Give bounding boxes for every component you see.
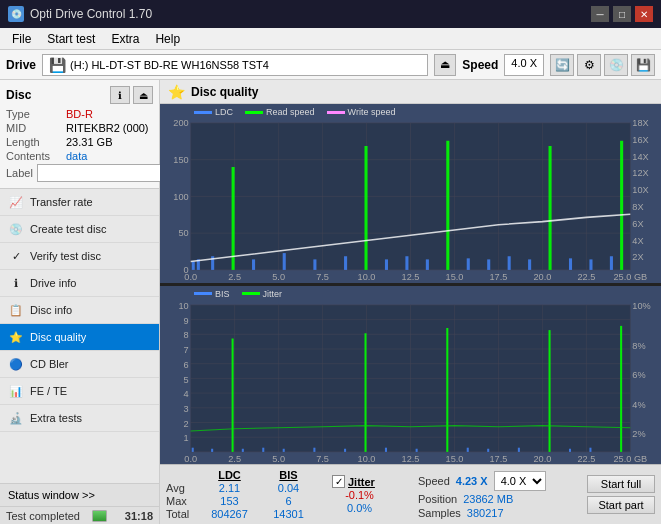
start-part-button[interactable]: Start part [587,496,655,514]
maximize-button[interactable]: □ [613,6,631,22]
drive-name: (H:) HL-DT-ST BD-RE WH16NS58 TST4 [70,59,269,71]
ldc-legend-item: LDC [194,107,233,117]
speed-dropdown[interactable]: 4.0 X [494,471,546,491]
svg-rect-63 [620,141,623,270]
settings-icon[interactable]: ⚙ [577,54,601,76]
disc-mid-row: MID RITEKBR2 (000) [6,122,153,134]
jitter-avg-row: -0.1% [332,489,412,501]
disc-eject-icon[interactable]: ⏏ [133,86,153,104]
ldc-col-header: LDC [202,469,257,481]
verify-test-disc-icon: ✓ [8,248,24,264]
disc-label-input[interactable] [37,164,172,182]
stats-empty-header [166,469,198,481]
sidebar-item-label: CD Bler [30,358,69,370]
read-speed-legend-item: Read speed [245,107,315,117]
jitter-legend-label: Jitter [263,289,283,299]
speed-label: Speed [462,58,498,72]
fe-te-icon: 📊 [8,383,24,399]
menu-start-test[interactable]: Start test [39,30,103,48]
write-speed-legend-item: Write speed [327,107,396,117]
svg-rect-125 [467,447,469,451]
speed-stat-label: Speed [418,475,450,487]
sidebar-item-verify-test-disc[interactable]: ✓ Verify test disc [0,243,159,270]
jitter-col-header: Jitter [348,476,375,488]
svg-text:0.0: 0.0 [184,272,197,282]
stats-ldc-bis: LDC BIS Avg 2.11 0.04 Max 153 6 Total [166,469,326,520]
stats-headers: LDC BIS [166,469,326,481]
bis-max-val: 6 [261,495,316,507]
bis-avg-val: 0.04 [261,482,316,494]
svg-rect-45 [232,167,235,270]
jitter-header: ✓ Jitter [332,475,412,488]
menu-help[interactable]: Help [147,30,188,48]
svg-rect-116 [242,448,244,451]
sidebar-item-transfer-rate[interactable]: 📈 Transfer rate [0,189,159,216]
read-speed-color [245,111,263,114]
disc-type-row: Type BD-R [6,108,153,120]
disc-panel: Disc ℹ ⏏ Type BD-R MID RITEKBR2 (000) Le… [0,80,159,189]
svg-rect-61 [589,259,592,270]
sidebar-item-extra-tests[interactable]: 🔬 Extra tests [0,405,159,432]
titlebar: 💿 Opti Drive Control 1.70 ─ □ ✕ [0,0,661,28]
ldc-max-val: 153 [202,495,257,507]
drive-label: Drive [6,58,36,72]
save-icon[interactable]: 💾 [631,54,655,76]
svg-rect-122 [385,447,387,451]
titlebar-controls: ─ □ ✕ [591,6,653,22]
sidebar-item-disc-quality[interactable]: ⭐ Disc quality [0,324,159,351]
svg-text:10%: 10% [632,300,650,310]
drivebar-icons: 🔄 ⚙ 💿 💾 [550,54,655,76]
sidebar-item-label: FE / TE [30,385,67,397]
disc-info-icon[interactable]: ℹ [110,86,130,104]
sidebar-item-label: Verify test disc [30,250,101,262]
svg-text:8%: 8% [632,340,645,350]
drive-info-icon: ℹ [8,275,24,291]
disc-write-icon[interactable]: 💿 [604,54,628,76]
ldc-chart: LDC Read speed Write speed [160,104,661,283]
svg-text:15.0: 15.0 [446,272,464,282]
sidebar-item-fe-te[interactable]: 📊 FE / TE [0,378,159,405]
svg-rect-55 [467,258,470,270]
svg-text:6X: 6X [632,219,644,229]
sidebar-item-create-test-disc[interactable]: 💿 Create test disc [0,216,159,243]
status-window-button[interactable]: Status window >> [0,483,159,506]
eject-button[interactable]: ⏏ [434,54,456,76]
jitter-checkbox[interactable]: ✓ [332,475,345,488]
drive-selector[interactable]: 💾 (H:) HL-DT-ST BD-RE WH16NS58 TST4 [42,54,428,76]
svg-text:16X: 16X [632,135,649,145]
svg-rect-123 [416,448,418,451]
position-label: Position [418,493,457,505]
minimize-button[interactable]: ─ [591,6,609,22]
bis-chart: BIS Jitter [160,286,661,465]
sidebar-item-cd-bler[interactable]: 🔵 CD Bler [0,351,159,378]
samples-row: Samples 380217 [418,507,581,519]
svg-text:8X: 8X [632,202,644,212]
svg-text:2.5: 2.5 [228,272,241,282]
svg-text:18X: 18X [632,118,649,128]
svg-text:22.5: 22.5 [577,272,595,282]
svg-text:3: 3 [184,403,189,413]
samples-val: 380217 [467,507,504,519]
refresh-icon[interactable]: 🔄 [550,54,574,76]
disc-label-key: Label [6,167,33,179]
svg-rect-47 [283,253,286,270]
svg-rect-127 [518,447,520,451]
svg-text:10X: 10X [632,185,649,195]
svg-text:6%: 6% [632,370,645,380]
sidebar-item-label: Disc info [30,304,72,316]
menu-extra[interactable]: Extra [103,30,147,48]
svg-rect-120 [344,448,346,451]
sidebar-item-drive-info[interactable]: ℹ Drive info [0,270,159,297]
close-button[interactable]: ✕ [635,6,653,22]
svg-rect-53 [426,259,429,270]
svg-rect-117 [262,447,264,451]
sidebar-item-disc-info[interactable]: 📋 Disc info [0,297,159,324]
speed-selector[interactable]: 4.0 X [504,54,544,76]
svg-rect-59 [549,146,552,270]
menu-file[interactable]: File [4,30,39,48]
start-full-button[interactable]: Start full [587,475,655,493]
svg-text:10.0: 10.0 [358,454,376,464]
speed-stat-val: 4.23 X [456,475,488,487]
jitter-color [242,292,260,295]
sidebar-item-label: Drive info [30,277,76,289]
